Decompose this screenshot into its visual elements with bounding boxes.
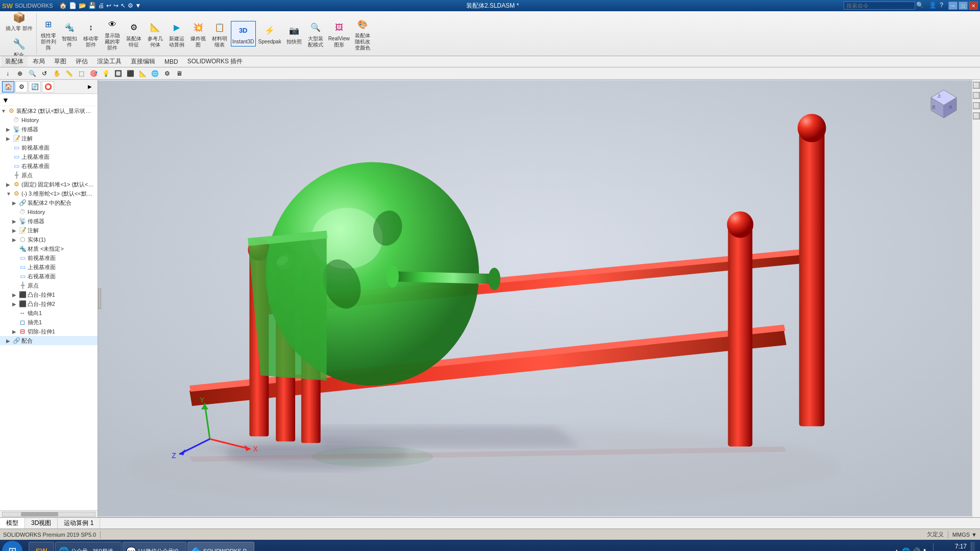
taskbar-sw-icon[interactable]: SW bbox=[29, 542, 54, 551]
fixed-cone-expand-icon[interactable]: ▶ bbox=[6, 182, 12, 187]
home-icon[interactable]: 🏠 bbox=[59, 2, 67, 9]
tree-annot2[interactable]: ▶ 📝 注解 bbox=[0, 226, 98, 235]
new-motion-button[interactable]: ▶ 新建运动算例 bbox=[166, 18, 187, 50]
tray-sound-icon[interactable]: 🔊 bbox=[912, 547, 920, 552]
mate-button[interactable]: 🔧 配合 bbox=[9, 34, 29, 57]
feature-manager-tab[interactable]: 🏠 bbox=[2, 81, 14, 92]
tree-annotation[interactable]: ▶ 📝 注解 bbox=[0, 134, 98, 143]
linear-component-button[interactable]: ⊞ 线性零部件列阵 bbox=[39, 15, 58, 53]
rotate-view-button[interactable]: ↺ bbox=[39, 68, 50, 79]
motion-tab[interactable]: 运动算例 1 bbox=[58, 518, 100, 529]
assembly-feature-button[interactable]: ⚙ 装配体特征 bbox=[124, 18, 144, 50]
redo-icon[interactable]: ↪ bbox=[113, 2, 118, 9]
realview-button[interactable]: 🖼 RealView图形 bbox=[327, 18, 351, 50]
tree-solid1[interactable]: ▶ ⬡ 实体(1) bbox=[0, 235, 98, 244]
show-desktop-button[interactable] bbox=[971, 542, 975, 551]
insert-part-button[interactable]: 📦 插入零 部件 bbox=[4, 11, 34, 33]
tree-origin2[interactable]: ╋ 原点 bbox=[0, 281, 98, 290]
start-button[interactable]: ⊞ bbox=[2, 541, 22, 551]
right-panel-btn2[interactable]: ⬜ bbox=[973, 92, 980, 99]
view-cube[interactable]: 上 左 前 bbox=[926, 85, 962, 121]
search-icon[interactable]: 🔍 bbox=[916, 2, 924, 10]
open-icon[interactable]: 📂 bbox=[79, 2, 86, 9]
root-expand-icon[interactable]: ▼ bbox=[1, 108, 7, 114]
search-input[interactable] bbox=[844, 2, 915, 10]
tree-fixed-cone[interactable]: ▶ ⚙ (固定) 固定斜堆<1> (默认<<默认> bbox=[0, 180, 98, 189]
tree-hscrollbar[interactable] bbox=[0, 510, 98, 517]
menu-render[interactable]: 渲染工具 bbox=[93, 56, 126, 67]
right-panel-btn1[interactable]: ⬜ bbox=[973, 82, 980, 89]
rotate-button[interactable]: ↓ bbox=[2, 68, 13, 79]
tree-right-plane[interactable]: ▭ 右视基准面 bbox=[0, 161, 98, 171]
minimize-button[interactable]: ─ bbox=[948, 2, 958, 10]
assembly-viz-button[interactable]: 🎨 装配体随机改变颜色 bbox=[352, 15, 373, 53]
menu-layout[interactable]: 布局 bbox=[29, 56, 49, 67]
tree-top-plane2[interactable]: ▭ 上视基准面 bbox=[0, 262, 98, 272]
save-icon[interactable]: 💾 bbox=[88, 2, 96, 9]
hscroll-track[interactable] bbox=[2, 512, 95, 517]
3d-viewport[interactable]: X Y Z 上 左 前 bbox=[98, 80, 972, 517]
tree-mirror1[interactable]: ↔ 镜向1 bbox=[0, 308, 98, 318]
boss-extrude1-expand-icon[interactable]: ▶ bbox=[12, 292, 18, 298]
view-orient-button[interactable]: 🎯 bbox=[88, 68, 99, 79]
property-manager-tab[interactable]: ⚙ bbox=[15, 81, 28, 92]
right-panel-btn3[interactable]: ⬜ bbox=[973, 102, 980, 109]
speedpak-button[interactable]: ⚡ Speedpak bbox=[257, 21, 283, 46]
units-text[interactable]: MMGS ▼ bbox=[952, 532, 977, 538]
dim-expert-tab[interactable]: ⭕ bbox=[42, 81, 54, 92]
show-hidden-button[interactable]: 👁 显示隐藏的零部件 bbox=[102, 15, 123, 53]
maximize-button[interactable]: □ bbox=[959, 2, 968, 10]
model-tab[interactable]: 模型 bbox=[0, 518, 25, 529]
annot2-expand-icon[interactable]: ▶ bbox=[12, 228, 18, 233]
tree-history2[interactable]: ⏱ History bbox=[0, 207, 98, 217]
tree-material[interactable]: 🔩 材质 <未指定> bbox=[0, 244, 98, 253]
tree-boss-extrude2[interactable]: ▶ ⬛ 凸台-拉伸2 bbox=[0, 299, 98, 308]
tree-sensor2[interactable]: ▶ 📡 传感器 bbox=[0, 217, 98, 226]
tree-front-plane[interactable]: ▭ 前视基准面 bbox=[0, 143, 98, 152]
hide-show-button[interactable]: 🔲 bbox=[112, 68, 124, 79]
lighting-button[interactable]: 💡 bbox=[100, 68, 111, 79]
system-clock[interactable]: 7:17 2023/2/22 bbox=[940, 542, 967, 551]
tree-shell1[interactable]: ◻ 抽壳1 bbox=[0, 318, 98, 327]
zoom-in-button[interactable]: 🔍 bbox=[27, 68, 38, 79]
hscroll-thumb[interactable] bbox=[21, 512, 58, 516]
print-icon[interactable]: 🖨 bbox=[98, 2, 104, 9]
cursor-icon[interactable]: ↖ bbox=[121, 2, 126, 9]
tree-cut-extrude1[interactable]: ▶ ⊟ 切除-拉伸1 bbox=[0, 327, 98, 336]
screen-button[interactable]: 🖥 bbox=[174, 68, 185, 79]
tree-asm2-mates[interactable]: ▶ 🔗 装配体2 中的配合 bbox=[0, 198, 98, 207]
tree-sensor[interactable]: ▶ 📡 传感器 bbox=[0, 125, 98, 134]
view-button[interactable]: 🌐 bbox=[149, 68, 160, 79]
tray-arrow-icon[interactable]: ▲ bbox=[894, 547, 900, 551]
snapshot-button[interactable]: 📷 拍快照 bbox=[284, 21, 304, 46]
sensor2-expand-icon[interactable]: ▶ bbox=[12, 219, 18, 224]
taskbar-360-btn[interactable]: 🌐 公众号 · 360极速... bbox=[55, 542, 122, 551]
pan-button[interactable]: ✋ bbox=[51, 68, 62, 79]
asm2-mates-expand-icon[interactable]: ▶ bbox=[12, 200, 18, 206]
taskbar-sw-app-btn[interactable]: 🔷 SOLIDWORKS P... bbox=[187, 542, 254, 551]
panel-expand-button[interactable]: ▶ bbox=[84, 82, 95, 92]
solid1-expand-icon[interactable]: ▶ bbox=[12, 237, 18, 243]
undo-icon[interactable]: ↩ bbox=[106, 2, 111, 9]
tree-origin[interactable]: ╋ 原点 bbox=[0, 171, 98, 180]
options-icon[interactable]: ⚙ bbox=[128, 2, 133, 9]
config-manager-tab[interactable]: 🔄 bbox=[29, 81, 41, 92]
filter-icon[interactable]: ▼ bbox=[2, 96, 9, 104]
tray-upload-icon[interactable]: ⬆ bbox=[922, 548, 927, 552]
instant3d-button[interactable]: 3D Instant3D bbox=[231, 21, 256, 46]
menu-direct-edit[interactable]: 直接编辑 bbox=[127, 56, 159, 67]
menu-evaluate[interactable]: 评估 bbox=[71, 56, 92, 67]
title-expand-icon[interactable]: ▼ bbox=[135, 2, 141, 9]
section-view-button[interactable]: ⬚ bbox=[76, 68, 87, 79]
measure-button[interactable]: 📏 bbox=[63, 68, 75, 79]
tree-minus-cone[interactable]: ▼ ⚙ (-) 3.维形蛇<1> (默认<<默认>_显 bbox=[0, 189, 98, 198]
tree-top-plane[interactable]: ▭ 上视基准面 bbox=[0, 152, 98, 161]
annotation-expand-icon[interactable]: ▶ bbox=[6, 136, 12, 141]
tree-front-plane2[interactable]: ▭ 前视基准面 bbox=[0, 253, 98, 262]
tree-right-plane2[interactable]: ▭ 右视基准面 bbox=[0, 272, 98, 281]
display-mode-button[interactable]: ⬛ bbox=[125, 68, 136, 79]
3d-view-tab[interactable]: 3D视图 bbox=[25, 518, 58, 529]
mates-expand-icon[interactable]: ▶ bbox=[6, 338, 12, 344]
scene-button[interactable]: 📐 bbox=[137, 68, 148, 79]
boss-extrude2-expand-icon[interactable]: ▶ bbox=[12, 301, 18, 307]
